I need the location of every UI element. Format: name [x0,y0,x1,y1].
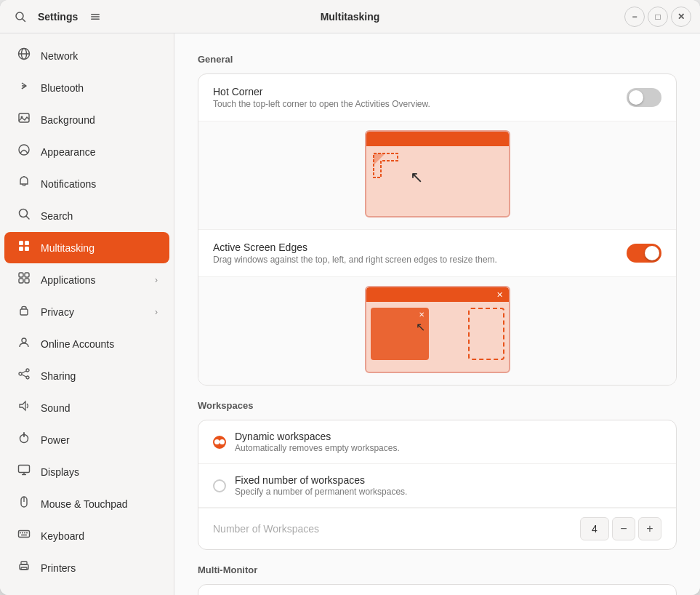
sidebar-label-sharing: Sharing [41,370,158,382]
sidebar-item-privacy[interactable]: Privacy › [4,296,169,327]
active-edges-title: Active Screen Edges [213,241,627,253]
minimize-button[interactable]: − [624,7,645,27]
sidebar-label-printers: Printers [41,562,158,574]
svg-rect-20 [19,279,23,283]
hot-corner-desc: Touch the top-left corner to open the Ac… [213,99,627,109]
sidebar-item-power[interactable]: Power [4,424,169,455]
workspace-increase-button[interactable]: + [638,517,661,540]
svg-rect-15 [25,241,29,245]
svg-rect-22 [20,309,28,315]
menu-button[interactable] [84,5,107,28]
sidebar-item-online-accounts[interactable]: Online Accounts [4,328,169,359]
multi-monitor-card [198,584,677,595]
svg-rect-19 [25,273,29,277]
svg-rect-14 [19,241,23,245]
active-screen-edges-toggle[interactable] [627,244,661,263]
general-section-title: General [198,54,677,65]
svg-rect-4 [91,18,100,20]
network-icon [16,47,32,64]
sidebar-item-multitasking[interactable]: Multitasking [4,232,169,263]
svg-point-26 [26,376,29,379]
illus2-cursor: ↖ [416,320,425,334]
sidebar-label-applications: Applications [41,274,146,286]
privacy-icon [16,303,32,320]
sidebar-item-search[interactable]: Search [4,200,169,231]
screen-edges-image: ✕ ✕ ↖ [365,286,510,373]
svg-rect-44 [21,562,27,564]
sidebar-item-appearance[interactable]: Appearance [4,136,169,167]
dynamic-workspaces-title: Dynamic workspaces [235,431,661,442]
workspaces-card: Dynamic workspaces Automatically removes… [198,420,677,550]
sidebar-item-sound[interactable]: Sound [4,392,169,423]
illus2-snap-preview [468,308,504,360]
svg-line-27 [22,371,26,373]
sidebar-item-bluetooth[interactable]: Bluetooth [4,72,169,103]
fixed-workspaces-text: Fixed number of workspaces Specify a num… [235,474,661,497]
settings-window: Settings Multitasking − □ ✕ [0,0,700,595]
workspaces-section-title: Workspaces [198,400,677,411]
main-content: General Hot Corner Touch the top-left co… [174,33,700,595]
sidebar-label-mouse-touchpad: Mouse & Touchpad [41,498,158,510]
svg-rect-37 [19,531,30,538]
close-button[interactable]: ✕ [671,7,691,27]
mouse-icon [16,495,32,512]
fixed-workspaces-title: Fixed number of workspaces [235,474,661,486]
illus2-snap-window: ✕ [371,308,429,360]
sidebar-item-applications[interactable]: Applications › [4,264,169,295]
svg-rect-21 [25,279,29,283]
sidebar-item-mouse-touchpad[interactable]: Mouse & Touchpad [4,488,169,519]
svg-rect-17 [25,247,29,251]
sidebar-item-displays[interactable]: Displays [4,456,169,487]
sidebar-label-notifications: Notifications [41,178,158,190]
sidebar-item-background[interactable]: Background [4,104,169,135]
sidebar-item-keyboard[interactable]: Keyboard [4,520,169,551]
dynamic-workspaces-desc: Automatically removes empty workspaces. [235,443,661,453]
screen-edges-illustration: ✕ ✕ ↖ [198,277,676,385]
hot-corner-toggle[interactable] [627,88,661,107]
workspace-count-label: Number of Workspaces [213,523,571,535]
dynamic-workspaces-text: Dynamic workspaces Automatically removes… [235,431,661,453]
maximize-button[interactable]: □ [648,7,668,27]
sidebar-item-printers[interactable]: Printers [4,552,169,583]
illus2-x-btn: ✕ [419,311,425,319]
workspace-decrease-button[interactable]: − [612,517,635,540]
online-accounts-icon [16,335,32,352]
app-title-sidebar: Settings [38,11,78,23]
active-screen-edges-row: Active Screen Edges Drag windows against… [198,229,676,277]
svg-point-25 [19,372,22,375]
sidebar-item-sharing[interactable]: Sharing [4,360,169,391]
sidebar-label-privacy: Privacy [41,306,146,318]
sidebar-item-notifications[interactable]: Notifications [4,168,169,199]
fixed-workspaces-row[interactable]: Fixed number of workspaces Specify a num… [198,464,676,508]
sidebar-label-displays: Displays [41,466,158,478]
workspace-count-row: Number of Workspaces 4 − + [198,508,676,549]
dynamic-workspaces-radio[interactable] [213,436,226,449]
displays-icon [16,463,32,480]
multi-monitor-section-title: Multi-Monitor [198,564,677,575]
fixed-workspaces-radio[interactable] [213,479,226,492]
applications-chevron: › [155,275,158,285]
sidebar-label-power: Power [41,434,158,446]
active-edges-text: Active Screen Edges Drag windows against… [213,241,627,265]
svg-line-13 [27,217,30,220]
svg-rect-45 [21,567,27,570]
dynamic-workspaces-row[interactable]: Dynamic workspaces Automatically removes… [198,420,676,464]
hot-corner-text: Hot Corner Touch the top-left corner to … [213,86,627,109]
privacy-chevron: › [155,307,158,317]
hot-corner-image: ↖ [365,130,510,217]
active-edges-desc: Drag windows against the top, left, and … [213,255,627,265]
sidebar: Network Bluetooth [0,33,174,595]
sidebar-label-keyboard: Keyboard [41,530,158,542]
svg-rect-16 [19,247,23,251]
sidebar-label-multitasking: Multitasking [41,242,158,254]
illus-corner-indicator [372,152,405,188]
keyboard-icon [16,527,32,544]
notifications-icon [16,175,32,192]
search-button[interactable] [9,5,32,28]
fixed-workspaces-desc: Specify a number of permanent workspaces… [235,487,661,497]
sidebar-item-network[interactable]: Network [4,40,169,71]
radio-dot [214,439,220,444]
workspace-count-controls: 4 − + [580,517,661,540]
sidebar-label-network: Network [41,50,158,62]
sound-icon [16,399,32,416]
